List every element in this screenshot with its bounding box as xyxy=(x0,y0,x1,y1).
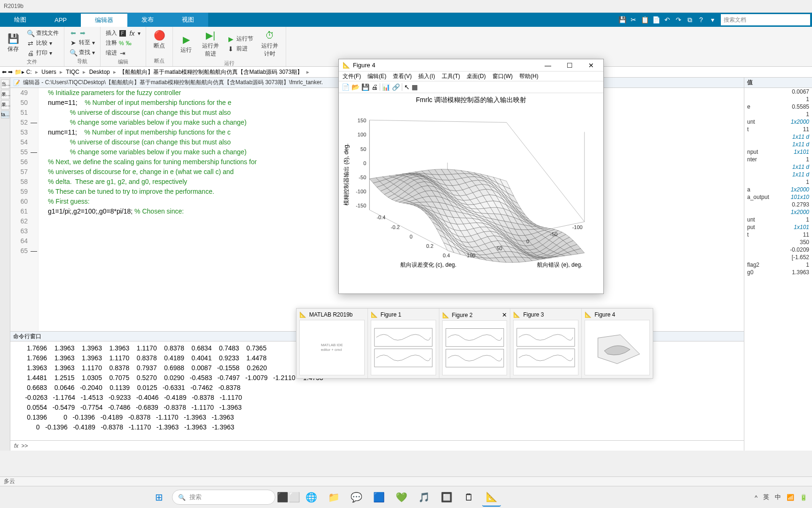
preview-item[interactable]: 📐Figure 2✕ xyxy=(439,309,511,378)
run-advance-button[interactable]: ▶|运行并 前进 xyxy=(198,29,223,59)
search-docs-input[interactable]: 搜索文档 xyxy=(721,14,810,25)
preview-item[interactable]: 📐Figure 4 xyxy=(582,309,653,378)
workspace-row[interactable]: 1x2000 xyxy=(744,208,812,216)
workspace-row[interactable]: unt1x2000 xyxy=(744,118,812,126)
switch-icon[interactable]: ⧉ xyxy=(685,15,695,25)
insert-button[interactable]: 插入 🅵 fx ▾ xyxy=(104,29,142,38)
goto-button[interactable]: ➤转至 ▾ xyxy=(68,38,96,47)
tab-editor[interactable]: 编辑器 xyxy=(81,13,127,27)
tab-plot[interactable]: 绘图 xyxy=(0,13,40,27)
save-icon[interactable]: 💾 xyxy=(361,83,369,91)
data-cursor-icon[interactable]: 📊 xyxy=(382,83,390,91)
dashboard-icon[interactable]: 🔲 xyxy=(437,488,456,507)
workspace-row[interactable]: put1x101 xyxy=(744,223,812,231)
comment-button[interactable]: 注释 % ‰ xyxy=(104,39,142,48)
app-icon[interactable]: 🟦 xyxy=(369,488,388,507)
run-time-button[interactable]: ⏱运行并 计时 xyxy=(258,29,282,59)
figure-menu-item[interactable]: 插入(I) xyxy=(418,72,435,80)
figure-axes[interactable]: Fmrlc 调谐模糊控制器的输入输出映射 15010050 0-50-100-1… xyxy=(339,93,603,294)
workspace-row[interactable]: 1 xyxy=(744,111,812,118)
tray-lang-icon[interactable]: 英 xyxy=(763,493,769,501)
path-segment[interactable]: C: xyxy=(24,69,34,75)
insert-colorbar-icon[interactable]: ▦ xyxy=(412,83,418,91)
dock-item[interactable]: 当… xyxy=(1,79,9,89)
figure-menu-item[interactable]: 帮助(H) xyxy=(519,72,539,80)
preview-item[interactable]: 📐MATLAB R2019bMATLAB IDEeditor + cmd xyxy=(297,309,368,378)
dock-item[interactable]: 果… xyxy=(1,100,9,110)
find-button[interactable]: 🔍查找 ▾ xyxy=(68,48,96,57)
tray-wifi-icon[interactable]: 📶 xyxy=(787,494,794,501)
breakpoints-button[interactable]: 🔴 断点 xyxy=(150,29,169,51)
paste-icon[interactable]: 📄 xyxy=(651,15,661,25)
close-button[interactable]: ✕ xyxy=(583,62,600,69)
run-section-button[interactable]: ▶运行节 xyxy=(226,34,255,43)
workspace-row[interactable]: 1x11 d xyxy=(744,133,812,141)
figure-menu-item[interactable]: 桌面(D) xyxy=(467,72,486,80)
path-segment[interactable]: Desktop xyxy=(87,69,112,75)
print-button[interactable]: 🖨打印 ▾ xyxy=(25,48,60,57)
nav-back-button[interactable]: ⬅➡ xyxy=(68,29,96,37)
compare-button[interactable]: ⇄比较 ▾ xyxy=(25,39,60,48)
workspace-row[interactable]: [-1.652 xyxy=(744,254,812,261)
preview-item[interactable]: 📐Figure 1 xyxy=(368,309,439,378)
open-icon[interactable]: 📂 xyxy=(351,83,359,91)
minimize-button[interactable]: — xyxy=(539,62,556,69)
figure-titlebar[interactable]: 📐 Figure 4 — ☐ ✕ xyxy=(339,59,603,71)
maximize-button[interactable]: ☐ xyxy=(561,62,578,69)
workspace-row[interactable]: g01.3963 xyxy=(744,269,812,276)
close-icon[interactable]: ✕ xyxy=(502,311,507,318)
chat-icon[interactable]: 💬 xyxy=(347,488,366,507)
workspace-row[interactable]: 1x11 d xyxy=(744,163,812,171)
figure-menu-item[interactable]: 编辑(E) xyxy=(367,72,386,80)
workspace-row[interactable]: 350 xyxy=(744,238,812,246)
workspace-row[interactable]: -0.0209 xyxy=(744,246,812,254)
start-button[interactable]: ⊞ xyxy=(149,488,168,507)
task-view-icon[interactable]: ⬛⬜ xyxy=(279,488,298,507)
workspace-row[interactable]: t11 xyxy=(744,231,812,238)
run-button[interactable]: ▶运行 xyxy=(177,33,195,55)
dock-item[interactable]: 果… xyxy=(1,90,9,99)
folder-up-icon[interactable]: ⬅ ➡ 📁 xyxy=(2,69,22,75)
workspace-row[interactable]: t11 xyxy=(744,126,812,133)
dock-item[interactable]: ta… xyxy=(1,111,9,119)
undo-icon[interactable]: ↶ xyxy=(662,15,672,25)
taskbar-search[interactable]: 🔍 搜索 xyxy=(172,490,275,505)
workspace-row[interactable]: 1x11 d xyxy=(744,171,812,178)
new-icon[interactable]: 📄 xyxy=(342,83,350,91)
save-icon[interactable]: 💾 xyxy=(617,15,627,25)
figure-menu-item[interactable]: 文件(F) xyxy=(343,72,361,80)
copy-icon[interactable]: 📋 xyxy=(640,15,650,25)
figure-menu-item[interactable]: 查看(V) xyxy=(393,72,412,80)
preview-item[interactable]: 📐Figure 3 xyxy=(510,309,582,378)
figure-menu-item[interactable]: 工具(T) xyxy=(442,72,460,80)
redo-icon[interactable]: ↷ xyxy=(673,15,684,25)
workspace-row[interactable]: a1x2000 xyxy=(744,186,812,193)
wechat-icon[interactable]: 💚 xyxy=(392,488,411,507)
link-icon[interactable]: 🔗 xyxy=(392,83,400,91)
workspace-row[interactable]: 0.0067 xyxy=(744,88,812,95)
tray-battery-icon[interactable]: 🔋 xyxy=(800,494,807,501)
path-segment[interactable]: 【船舶航向】基于matlab模糊控制船舶航向仿真【含Matlab源码 3073期… xyxy=(117,69,304,75)
help-dropdown-icon[interactable]: ▾ xyxy=(707,15,718,25)
figure-window[interactable]: 📐 Figure 4 — ☐ ✕ 文件(F)编辑(E)查看(V)插入(I)工具(… xyxy=(338,59,604,294)
save-button[interactable]: 💾 保存 xyxy=(4,32,23,54)
tray-up-icon[interactable]: ^ xyxy=(755,494,757,501)
workspace-row[interactable]: a_output101x10 xyxy=(744,193,812,201)
help-icon[interactable]: ? xyxy=(696,15,706,25)
matlab-icon[interactable]: 📐 xyxy=(482,488,501,507)
workspace-row[interactable]: nput1x101 xyxy=(744,148,812,156)
print-icon[interactable]: 🖨 xyxy=(371,83,378,91)
pointer-icon[interactable]: ↖ xyxy=(404,83,410,91)
explorer-icon[interactable]: 📁 xyxy=(324,488,343,507)
workspace-row[interactable]: 1 xyxy=(744,178,812,186)
tab-publish[interactable]: 发布 xyxy=(127,13,168,27)
indent-button[interactable]: 缩进 ⇥ xyxy=(104,48,142,57)
cut-icon[interactable]: ✂ xyxy=(628,15,639,25)
tab-view[interactable]: 视图 xyxy=(168,13,208,27)
workspace-row[interactable]: nter1 xyxy=(744,156,812,163)
sticky-icon[interactable]: 🗒 xyxy=(460,488,478,507)
workspace-row[interactable]: flag21 xyxy=(744,261,812,269)
workspace-row[interactable]: 1x11 d xyxy=(744,141,812,148)
workspace-row[interactable]: e0.5585 xyxy=(744,103,812,111)
advance-button[interactable]: ⬇前进 xyxy=(226,44,255,53)
